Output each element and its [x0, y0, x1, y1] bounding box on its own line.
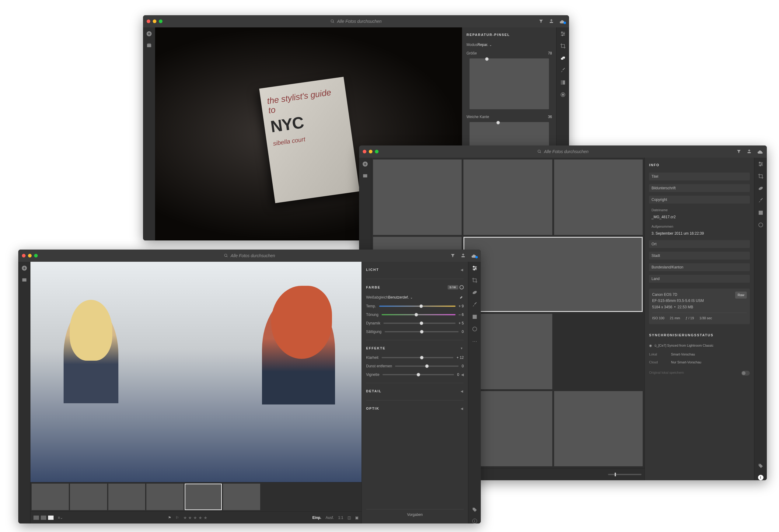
search-bar[interactable]: Alle Fotos durchsuchen	[537, 149, 589, 154]
detail-section-title[interactable]: DETAIL	[366, 389, 381, 393]
cloud-sync-icon[interactable]	[471, 253, 477, 258]
albums-icon[interactable]	[362, 172, 368, 179]
detail-view-icon[interactable]	[48, 516, 54, 520]
photo-canvas[interactable]	[31, 262, 361, 482]
rating-stars[interactable]: ★ ★ ★ ★ ★	[183, 515, 208, 520]
filter-icon[interactable]	[539, 19, 543, 24]
info-icon[interactable]: i	[758, 475, 764, 480]
brush-icon[interactable]	[758, 197, 764, 204]
copyright-field[interactable]: Copyright	[649, 196, 750, 203]
sort-icon[interactable]: ≡⌄	[58, 516, 63, 520]
effects-section-title[interactable]: EFFEKTE	[366, 346, 385, 350]
close-button[interactable]	[363, 150, 366, 154]
filmstrip-thumb-selected[interactable]	[185, 484, 222, 510]
compare-icon[interactable]: ◫	[348, 516, 351, 520]
grid-cell[interactable]	[464, 160, 552, 235]
minimize-button[interactable]	[153, 19, 157, 23]
wb-dropdown[interactable]: Benutzerdef.	[388, 295, 412, 299]
cloud-sync-icon[interactable]	[559, 19, 565, 23]
edit-sliders-icon[interactable]	[471, 265, 478, 272]
mode-dropdown[interactable]: Repar.	[477, 43, 492, 47]
albums-icon[interactable]	[21, 276, 28, 283]
temp-slider[interactable]	[379, 306, 456, 307]
toggle-panel-icon[interactable]: ▣	[355, 516, 358, 520]
share-icon[interactable]	[549, 19, 554, 24]
more-icon[interactable]: ⋯	[471, 338, 478, 345]
crop-icon[interactable]	[471, 277, 478, 284]
vibrance-slider[interactable]	[383, 322, 456, 324]
close-button[interactable]	[147, 19, 150, 23]
eyedropper-icon[interactable]	[459, 295, 464, 300]
filter-icon[interactable]	[451, 253, 455, 258]
state-field[interactable]: Bundesland/Kanton	[649, 263, 750, 271]
minimize-button[interactable]	[369, 150, 372, 154]
size-slider[interactable]	[470, 58, 549, 109]
store-local-toggle[interactable]	[741, 371, 750, 375]
filmstrip-thumb[interactable]	[146, 484, 183, 510]
presets-button[interactable]: Vorgaben	[366, 509, 464, 520]
linear-gradient-icon[interactable]	[758, 210, 764, 216]
onetoone-button[interactable]: 1:1	[338, 516, 343, 520]
keywords-icon[interactable]	[758, 463, 764, 469]
filter-icon[interactable]	[736, 149, 741, 154]
fill-button[interactable]: Ausf.	[325, 516, 334, 520]
maximize-button[interactable]	[34, 254, 38, 257]
share-icon[interactable]	[747, 149, 752, 154]
location-field[interactable]: Ort	[649, 240, 750, 248]
radial-gradient-icon[interactable]	[559, 91, 566, 98]
chevron-icon[interactable]: ◀	[461, 268, 464, 272]
fit-button[interactable]: Einp.	[312, 516, 321, 520]
grid-cell[interactable]	[373, 160, 462, 235]
share-icon[interactable]	[461, 253, 466, 258]
crop-icon[interactable]	[559, 43, 566, 49]
city-field[interactable]: Stadt	[649, 252, 750, 259]
edit-sliders-icon[interactable]	[559, 31, 566, 37]
tint-slider[interactable]	[381, 314, 456, 315]
linear-gradient-icon[interactable]	[471, 313, 478, 320]
clarity-slider[interactable]	[381, 357, 454, 358]
search-bar[interactable]: Alle Fotos durchsuchen	[331, 19, 381, 24]
filmstrip-thumb[interactable]	[32, 484, 69, 510]
chevron-icon[interactable]: ◀	[461, 390, 464, 393]
flag-reject-icon[interactable]: ⚐	[176, 516, 179, 520]
cloud-icon[interactable]	[757, 150, 763, 154]
linear-gradient-icon[interactable]	[559, 79, 566, 86]
caption-field[interactable]: Bildunterschrift	[649, 184, 750, 192]
optics-section-title[interactable]: OPTIK	[366, 407, 379, 410]
square-view-icon[interactable]	[41, 516, 46, 520]
title-field[interactable]: Titel	[649, 173, 750, 180]
grid-cell-selected[interactable]	[464, 237, 643, 312]
dehaze-slider[interactable]	[395, 365, 459, 367]
close-button[interactable]	[22, 254, 25, 257]
chevron-down-icon[interactable]: ▼	[460, 347, 464, 350]
search-bar[interactable]: Alle Fotos durchsuchen	[224, 253, 275, 258]
edit-sliders-icon[interactable]	[758, 161, 764, 167]
brush-icon[interactable]	[559, 67, 566, 74]
keywords-icon[interactable]	[471, 507, 478, 513]
color-mixer-icon[interactable]	[460, 285, 464, 289]
grid-cell[interactable]	[554, 391, 643, 467]
grid-cell[interactable]	[554, 160, 643, 235]
maximize-button[interactable]	[159, 19, 163, 23]
healing-brush-icon[interactable]	[758, 185, 764, 192]
minimize-button[interactable]	[28, 254, 32, 257]
add-photos-icon[interactable]	[362, 161, 368, 167]
brush-icon[interactable]	[471, 301, 478, 308]
flag-pick-icon[interactable]: ⚑	[168, 516, 171, 520]
crop-icon[interactable]	[758, 173, 764, 180]
healing-brush-icon[interactable]	[471, 289, 478, 296]
add-photos-icon[interactable]	[21, 265, 28, 272]
thumbnail-zoom-slider[interactable]	[608, 474, 642, 475]
light-section-title[interactable]: LICHT	[366, 268, 379, 272]
vignette-slider[interactable]	[382, 374, 454, 375]
saturation-slider[interactable]	[384, 331, 459, 332]
albums-icon[interactable]	[146, 42, 153, 49]
grid-view-icon[interactable]	[34, 516, 39, 520]
radial-gradient-icon[interactable]	[758, 222, 764, 228]
chevron-icon[interactable]: ◀	[461, 407, 464, 410]
info-icon[interactable]: i	[472, 519, 477, 524]
filmstrip-thumb[interactable]	[223, 484, 260, 510]
healing-brush-icon[interactable]	[559, 55, 566, 61]
filmstrip-thumb[interactable]	[108, 484, 145, 510]
color-section-title[interactable]: FARBE	[366, 286, 380, 289]
